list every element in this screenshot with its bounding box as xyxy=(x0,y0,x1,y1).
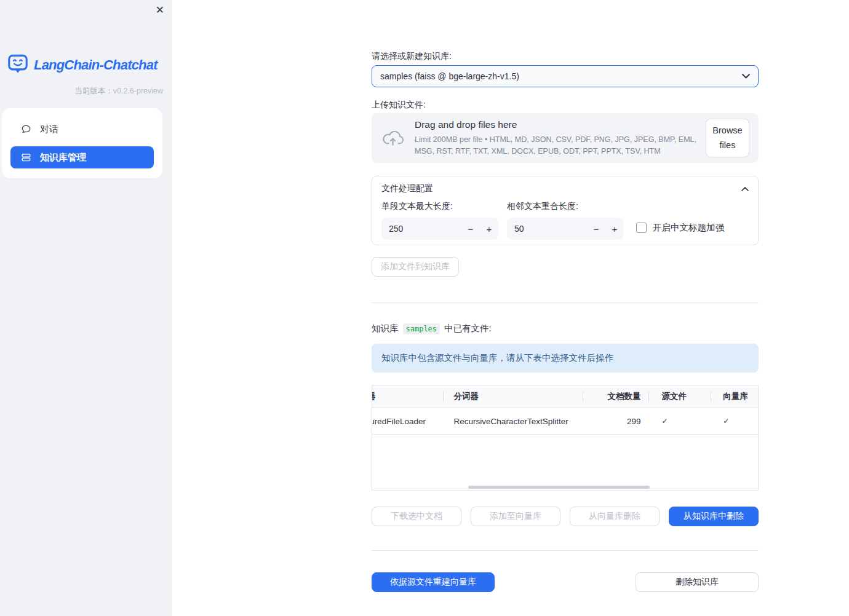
overlap-field: 相邻文本重合长度: 50 − + xyxy=(507,201,624,240)
cell-doc-count: 299 xyxy=(583,408,648,434)
cell-loader: UnstructuredFileLoader xyxy=(372,408,443,434)
upload-label: 上传知识文件: xyxy=(372,100,759,111)
cell-splitter: RecursiveCharacterTextSplitter xyxy=(443,408,583,434)
plus-icon[interactable]: + xyxy=(480,224,498,234)
expander-title: 文件处理配置 xyxy=(381,183,433,194)
browse-files-button[interactable]: Browse files xyxy=(706,119,749,157)
overlap-input[interactable]: 50 − + xyxy=(507,218,624,240)
info-alert: 知识库中包含源文件与向量库，请从下表中选择文件后操作 xyxy=(372,344,759,373)
dropzone-title: Drag and drop files here xyxy=(415,119,706,130)
kb-selectbox[interactable]: samples (faiss @ bge-large-zh-v1.5) xyxy=(372,65,759,87)
dropzone-limit-text: Limit 200MB per file • HTML, MD, JSON, C… xyxy=(415,134,706,156)
chunk-size-label: 单段文本最大长度: xyxy=(381,201,498,212)
chevron-up-icon xyxy=(741,187,749,191)
add-files-to-kb-button[interactable]: 添加文件到知识库 xyxy=(372,257,459,277)
delete-kb-button[interactable]: 删除知识库 xyxy=(636,572,759,592)
add-to-vector-store-button[interactable]: 添加至向量库 xyxy=(471,507,560,526)
table-header-row: 文档加载器 分词器 文档数量 源文件 向量库 xyxy=(372,385,758,408)
horizontal-scrollbar[interactable] xyxy=(468,486,650,489)
plus-icon[interactable]: + xyxy=(605,224,624,234)
app-logo: LangChain-Chatchat xyxy=(0,0,172,76)
col-source-file: 源文件 xyxy=(648,385,711,408)
col-loader: 文档加载器 xyxy=(372,385,443,408)
cell-vector-store: ✓ xyxy=(711,408,758,434)
col-vector-store: 向量库 xyxy=(711,385,758,408)
delete-from-vector-store-button[interactable]: 从向量库删除 xyxy=(570,507,660,526)
check-icon: ✓ xyxy=(662,417,668,425)
chunk-size-value[interactable]: 250 xyxy=(389,224,461,234)
expander-header[interactable]: 文件处理配置 xyxy=(381,176,749,201)
zh-title-enhance-checkbox-row[interactable]: 开启中文标题加强 xyxy=(636,222,724,234)
minus-icon[interactable]: − xyxy=(461,224,480,234)
file-dropzone[interactable]: Drag and drop files here Limit 200MB per… xyxy=(372,113,759,163)
chunk-size-input[interactable]: 250 − + xyxy=(381,218,498,240)
table-row[interactable]: UnstructuredFileLoader RecursiveCharacte… xyxy=(372,408,758,435)
kb-level-buttons: 依据源文件重建向量库 删除知识库 xyxy=(372,572,759,592)
kb-name-code: samples xyxy=(403,323,440,334)
cell-source-file: ✓ xyxy=(648,408,711,434)
version-info: 当前版本：v0.2.6-preview xyxy=(0,86,172,97)
divider xyxy=(372,550,759,551)
chevron-down-icon xyxy=(742,74,750,79)
kb-select-label: 请选择或新建知识库: xyxy=(372,51,759,62)
cloud-upload-icon xyxy=(381,128,404,148)
sidebar-item-knowledge-base[interactable]: 知识库管理 xyxy=(10,146,154,168)
delete-from-kb-button[interactable]: 从知识库中删除 xyxy=(669,507,759,526)
chat-bubble-icon xyxy=(20,124,32,135)
kb-files-prefix: 知识库 xyxy=(372,323,399,334)
col-doc-count: 文档数量 xyxy=(583,385,648,408)
kb-selectbox-value: samples (faiss @ bge-large-zh-v1.5) xyxy=(380,71,519,81)
app-title: LangChain-Chatchat xyxy=(34,57,157,73)
kb-files-heading: 知识库 samples 中已有文件: xyxy=(372,323,759,334)
main-content: 请选择或新建知识库: samples (faiss @ bge-large-zh… xyxy=(372,0,759,592)
kb-files-table: 文档加载器 分词器 文档数量 源文件 向量库 UnstructuredFileL… xyxy=(372,385,759,491)
close-sidebar-icon[interactable]: ✕ xyxy=(156,4,164,17)
overlap-value[interactable]: 50 xyxy=(514,224,587,234)
chatchat-logo-icon xyxy=(7,54,28,76)
minus-icon[interactable]: − xyxy=(587,224,605,234)
divider xyxy=(372,302,759,303)
col-splitter: 分词器 xyxy=(443,385,583,408)
download-selected-button[interactable]: 下载选中文档 xyxy=(372,507,461,526)
dropzone-text: Drag and drop files here Limit 200MB per… xyxy=(415,119,706,156)
chunk-size-field: 单段文本最大长度: 250 − + xyxy=(381,201,498,240)
expander-body: 单段文本最大长度: 250 − + 相邻文本重合长度: 50 − + 开启中文标… xyxy=(381,201,749,240)
check-icon: ✓ xyxy=(723,417,729,425)
kb-files-suffix: 中已有文件: xyxy=(444,323,492,334)
sidebar-item-dialogue[interactable]: 对话 xyxy=(10,118,154,140)
checkbox-unchecked-icon[interactable] xyxy=(636,223,647,233)
file-config-expander: 文件处理配置 单段文本最大长度: 250 − + 相邻文本重合长度: 50 − … xyxy=(372,176,759,245)
overlap-label: 相邻文本重合长度: xyxy=(507,201,624,212)
knowledge-base-icon xyxy=(20,152,32,163)
sidebar-item-label: 对话 xyxy=(40,124,58,135)
rebuild-vector-store-button[interactable]: 依据源文件重建向量库 xyxy=(372,572,495,592)
zh-title-enhance-label: 开启中文标题加强 xyxy=(653,222,724,234)
file-action-buttons: 下载选中文档 添加至向量库 从向量库删除 从知识库中删除 xyxy=(372,507,759,526)
info-alert-text: 知识库中包含源文件与向量库，请从下表中选择文件后操作 xyxy=(381,352,613,364)
sidebar-menu: 对话 知识库管理 xyxy=(2,108,162,178)
sidebar-item-label: 知识库管理 xyxy=(40,152,86,164)
sidebar: ✕ LangChain-Chatchat 当前版本：v0.2.6-preview… xyxy=(0,0,172,616)
